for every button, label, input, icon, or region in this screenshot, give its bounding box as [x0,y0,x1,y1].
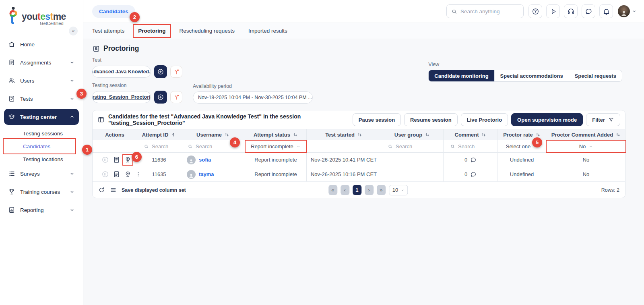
prev-page-button[interactable]: ‹ [341,185,349,195]
sidebar-collapse-button[interactable]: « [69,27,78,35]
headset-button[interactable] [564,4,578,18]
filter-search-input[interactable] [458,143,494,149]
columns-menu-button[interactable] [110,187,117,193]
chevron-down-icon [69,96,75,102]
sidebar-item-assignments[interactable]: Assignments [4,54,79,71]
brand-wordmark: youtestme [22,11,66,22]
first-page-button[interactable]: « [328,185,337,195]
comment-icon[interactable] [470,157,477,163]
sidebar-item-candidates[interactable]: Candidates [4,140,79,153]
sidebar-item-testing-sessions[interactable]: Testing sessions [4,127,79,140]
session-value[interactable]: testing_Session_Proctorio [92,94,151,100]
play-button[interactable] [546,4,560,18]
content: Proctoring Test Advanced Java Knowled...… [83,39,644,305]
pause-attempt-button[interactable] [101,156,109,164]
clear-test-button[interactable] [170,66,182,78]
column-header-test-started[interactable]: Test started [307,129,381,140]
resume-session-button[interactable]: Resume session [404,113,458,126]
global-search-input[interactable] [460,8,519,15]
proctoring-video-button[interactable] [124,170,132,178]
availability-field[interactable]: Nov-18-2025 10:04 PM - Nov-30-2025 10:04… [193,91,313,104]
column-header-comment[interactable]: Comment [444,129,498,140]
chat-button[interactable] [582,4,595,18]
user-avatar [187,156,196,164]
brand-letter: t [50,11,53,22]
tab-test-attempts[interactable]: Test attempts [92,28,124,34]
button-label: Open supervision mode [517,117,577,123]
filter-select-proctor-comment-added[interactable]: No [546,140,626,153]
view-option-special-accommodations[interactable]: Special accommodations [494,70,569,81]
live-proctorio-button[interactable]: Live Proctorio [461,113,508,126]
report-button[interactable] [113,156,120,164]
username-link[interactable]: tayma [199,171,214,177]
filter-button[interactable]: Filter [586,113,620,126]
tab-rescheduling-requests[interactable]: Rescheduling requests [180,28,235,34]
test-value[interactable]: Advanced Java Knowled... [92,69,151,75]
refresh-button[interactable] [98,187,105,193]
column-header-user-group[interactable]: User group [381,129,444,140]
current-page-button[interactable]: 1 [353,185,361,195]
tab-proctoring[interactable]: Proctoring [138,28,165,34]
filter-search-comment[interactable] [444,140,498,153]
column-header-attempt-status[interactable]: Attempt status [245,129,307,140]
column-label: Proctor Comment Added [551,132,613,138]
sort-both-icon [615,132,621,137]
button-label: Live Proctorio [467,117,502,123]
annotation-badge-2: 2 [130,12,140,22]
user-avatar [618,5,630,17]
save-column-set-label[interactable]: Save displayed column set [122,187,186,193]
sidebar-item-surveys[interactable]: Surveys [4,166,79,182]
sidebar-item-home[interactable]: Home [4,36,79,52]
filter-search-input[interactable] [396,143,440,149]
filter-search-user-group[interactable] [381,140,444,153]
view-option-special-requests[interactable]: Special requests [569,70,622,81]
page-size-select[interactable]: 10 [389,185,408,195]
user-menu[interactable] [618,5,637,17]
tab-imported-results[interactable]: Imported results [248,28,287,34]
sidebar-item-tests[interactable]: Tests [4,91,79,107]
column-label: Username [196,132,222,138]
column-label: Proctor rate [503,132,533,138]
filter-select-attempt-status[interactable]: Report incomplete [245,140,307,153]
pause-attempt-button[interactable] [101,170,109,178]
report-button[interactable] [113,170,120,178]
sort-both-icon [224,132,229,137]
proctoring-video-button[interactable] [124,156,132,164]
availability-label: Availability period [193,83,313,89]
sidebar-item-label: Users [20,78,64,84]
table-header-row: ActionsAttempt IDUsernameAttempt statusT… [93,129,625,140]
webcam-highlight [124,156,132,164]
bell-button[interactable] [599,4,613,18]
pause-session-button[interactable]: Pause session [353,113,401,126]
add-session-button[interactable] [154,91,167,104]
sidebar-item-reporting[interactable]: Reporting [4,202,79,218]
search-icon [388,144,393,149]
sidebar-item-training-courses[interactable]: Training courses [4,184,79,200]
test-started-cell: Nov-26-2025 10:41 PM CET [307,153,381,167]
sidebar-item-testing-center[interactable]: Testing center [4,109,79,125]
open-supervision-mode-button[interactable]: Open supervision mode [511,113,583,126]
clear-session-button[interactable] [170,91,182,103]
filter-search-input[interactable] [152,143,178,149]
global-search[interactable] [446,4,524,18]
add-test-button[interactable] [154,65,167,78]
column-header-proctor-comment-added[interactable]: Proctor Comment Added [546,129,626,140]
test-field[interactable]: Advanced Java Knowled... [92,66,151,78]
username-link[interactable]: sofia [199,157,211,163]
last-page-button[interactable]: » [377,185,386,195]
comment-icon[interactable] [470,171,477,178]
breadcrumb[interactable]: Candidates [92,5,135,18]
help-button[interactable] [528,4,542,18]
filter-search-attempt-id[interactable] [137,140,181,153]
sidebar-item-label: Home [20,41,75,48]
sidebar: youtestme GetCertified « HomeAssignments… [0,0,83,305]
view-option-candidate-monitoring[interactable]: Candidate monitoring [429,70,494,81]
sidebar-item-testing-locations[interactable]: Testing locations [4,153,79,166]
help-icon [532,8,539,15]
session-field[interactable]: testing_Session_Proctorio [92,91,151,103]
column-header-attempt-id[interactable]: Attempt ID [137,129,181,140]
sidebar-item-users[interactable]: Users [4,73,79,89]
annotation-badge-6: 6 [132,152,142,162]
next-page-button[interactable]: › [365,185,374,195]
sidebar-item-label: Testing sessions [23,131,75,137]
